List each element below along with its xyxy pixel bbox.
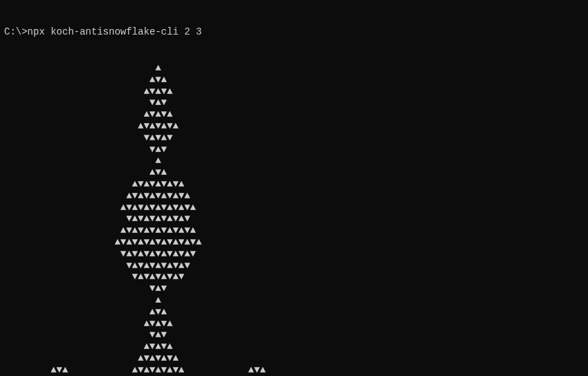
command-text: npx koch-antisnowflake-cli 2 3 xyxy=(28,26,202,37)
prompt-prefix: C:\> xyxy=(4,26,28,37)
command-line-1: C:\>npx koch-antisnowflake-cli 2 3 xyxy=(4,26,584,38)
terminal-window[interactable]: C:\>npx koch-antisnowflake-cli 2 3 ▲ ▲▼▲… xyxy=(4,3,584,376)
ascii-output: ▲ ▲▼▲ ▲▼▲▼▲ ▼▲▼ ▲▼▲▼▲ ▲▼▲▼▲▼▲ ▼▲▼▲▼ xyxy=(4,62,584,376)
